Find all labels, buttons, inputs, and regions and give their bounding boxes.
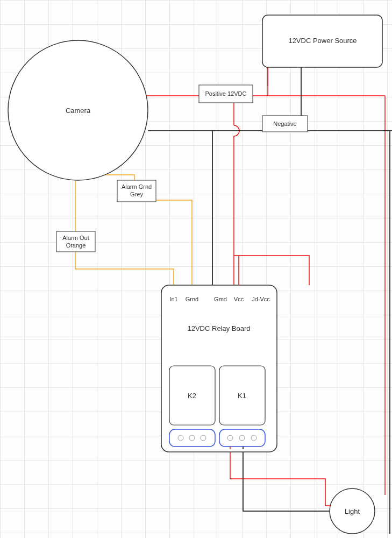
power-source-box: 12VDC Power Source bbox=[262, 15, 382, 67]
negative-label: Negative bbox=[273, 121, 296, 127]
power-source-label: 12VDC Power Source bbox=[288, 37, 357, 45]
terminal-jdvcc: Jd-Vcc bbox=[252, 296, 270, 302]
camera-label: Camera bbox=[66, 107, 91, 115]
alarm-out-line1: Alarm Out bbox=[62, 235, 89, 241]
alarm-out-box: Alarm Out Orange bbox=[56, 231, 95, 252]
alarm-grnd-box: Alarm Grnd Grey bbox=[117, 180, 156, 202]
light-node: Light bbox=[330, 489, 375, 534]
light-label: Light bbox=[345, 507, 360, 515]
alarm-out-line2: Orange bbox=[66, 242, 86, 249]
relay-k2-label: K2 bbox=[188, 392, 196, 400]
wire-orange-left-b bbox=[75, 250, 174, 285]
wire-red-branch-jdvcc bbox=[234, 136, 309, 285]
camera-node: Camera bbox=[8, 40, 148, 180]
relay-board: In1 Grnd Gmd Vcc Jd-Vcc 12VDC Relay Boar… bbox=[161, 285, 277, 452]
alarm-grnd-line1: Alarm Grnd bbox=[122, 183, 152, 190]
terminal-grnd: Grnd bbox=[186, 296, 198, 302]
relay-board-title: 12VDC Relay Board bbox=[187, 324, 250, 332]
diagram-canvas: 12VDC Power Source Camera Positive 12VDC… bbox=[0, 0, 392, 538]
positive-label: Positive 12VDC bbox=[205, 90, 246, 97]
wire-red-k1-out bbox=[230, 449, 325, 506]
alarm-grnd-line2: Grey bbox=[130, 191, 143, 197]
wire-black-k1-out bbox=[243, 449, 339, 511]
negative-label-box: Negative bbox=[262, 116, 308, 132]
relay-k1-label: K1 bbox=[238, 392, 246, 400]
positive-label-box: Positive 12VDC bbox=[199, 85, 253, 103]
terminal-in1: In1 bbox=[169, 296, 177, 302]
terminal-gmd: Gmd bbox=[214, 296, 227, 302]
terminal-vcc: Vcc bbox=[234, 296, 244, 302]
